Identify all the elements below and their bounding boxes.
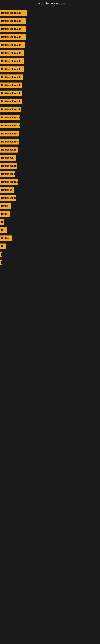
bottleneck-bar: Bottl <box>0 211 10 217</box>
bottleneck-bar: Bottleneck res <box>0 163 17 169</box>
bottleneck-bar: Bottleneck result <box>0 34 26 40</box>
bottleneck-bar: Bottlen <box>0 236 12 241</box>
bar-row: Bottleneck result <box>0 25 100 33</box>
bar-row: Bottleneck result <box>0 98 100 106</box>
bar-row: Bottleneck re <box>0 146 100 154</box>
bottleneck-bar: Bottleneck result <box>0 42 25 48</box>
bottleneck-bar: Bottleneck result <box>0 90 22 96</box>
bottleneck-bar: Bottleneck result <box>0 107 21 112</box>
bottleneck-bar: Bottleneck result <box>0 50 24 56</box>
bar-row: Bottleneck res <box>0 162 100 170</box>
bar-row: Bottleneck result <box>0 57 100 65</box>
bottleneck-bar: Bottleneck result <box>0 10 27 16</box>
bottleneck-bar: Bottlenec <box>0 187 14 193</box>
bar-row: Bottleneck re <box>0 194 100 202</box>
bottleneck-bar: B <box>0 219 4 225</box>
bar-row: Bottle <box>0 202 100 210</box>
bar-row: Bottleneck result <box>0 81 100 89</box>
bar-row: Bottleneck result <box>0 65 100 73</box>
bar-row: | <box>0 250 100 258</box>
bottleneck-bar: Bottleneck re <box>0 147 18 152</box>
bar-row: Bottleneck resu <box>0 178 100 186</box>
bar-row: Bot <box>0 226 100 234</box>
bottleneck-bar: Bottle <box>0 203 11 209</box>
bottleneck-bar: Bot <box>0 228 7 233</box>
bottleneck-bar: | <box>0 252 2 257</box>
bottleneck-bar: Bottleneck result <box>0 82 22 88</box>
bottleneck-bar: Bottleneck result <box>0 115 20 120</box>
bar-row: Bottlenec <box>0 186 100 194</box>
bars-container: Bottleneck resultBottleneck resultBottle… <box>0 7 100 268</box>
bar-row: Bottleneck result <box>0 114 100 122</box>
bar-row: Bottleneck result <box>0 73 100 81</box>
bar-row: Bottleneck resu <box>0 130 100 138</box>
bottleneck-bar: Bottleneck resu <box>0 179 18 185</box>
bar-row: Bottleneck r <box>0 170 100 178</box>
bottleneck-bar: Bottleneck result <box>0 26 26 32</box>
bottleneck-bar: ▌ <box>0 260 1 265</box>
bottleneck-bar: Bottleneck resu <box>0 131 19 136</box>
bottleneck-bar: Bottleneck result <box>0 98 22 104</box>
bar-row: Bottleneck result <box>0 89 100 98</box>
bottleneck-bar: Bottleneck r <box>0 171 15 177</box>
bar-row: Bottleneck result <box>0 17 100 25</box>
bottleneck-bar: Bottleneck <box>0 155 16 160</box>
bar-row: Bottleneck result <box>0 33 100 41</box>
bar-row: Bottleneck result <box>0 106 100 114</box>
bottleneck-bar: Bottleneck result <box>0 66 24 72</box>
bottleneck-bar: Bottleneck result <box>0 123 20 128</box>
bar-row: Bottleneck <box>0 154 100 162</box>
bar-row: Bottleneck result <box>0 41 100 49</box>
bar-row: Bottleneck result <box>0 122 100 130</box>
bar-row: ▌ <box>0 258 100 266</box>
bottleneck-bar: Bottleneck result <box>0 74 23 80</box>
bar-row: Bottleneck result <box>0 138 100 146</box>
bottleneck-bar: Bo <box>0 244 6 249</box>
bar-row: Bottleneck result <box>0 9 100 17</box>
bar-row: B <box>0 218 100 226</box>
bar-row: Bottl <box>0 210 100 218</box>
bar-row: Bottleneck result <box>0 49 100 57</box>
bottleneck-bar: Bottleneck result <box>0 139 19 144</box>
bottleneck-bar: Bottleneck result <box>0 58 24 64</box>
bar-row: Bottlen <box>0 234 100 242</box>
bar-row: Bo <box>0 242 100 250</box>
bottleneck-bar: Bottleneck re <box>0 195 16 201</box>
site-title: TheBottlenecker.com <box>0 0 100 7</box>
bottleneck-bar: Bottleneck result <box>0 18 26 24</box>
